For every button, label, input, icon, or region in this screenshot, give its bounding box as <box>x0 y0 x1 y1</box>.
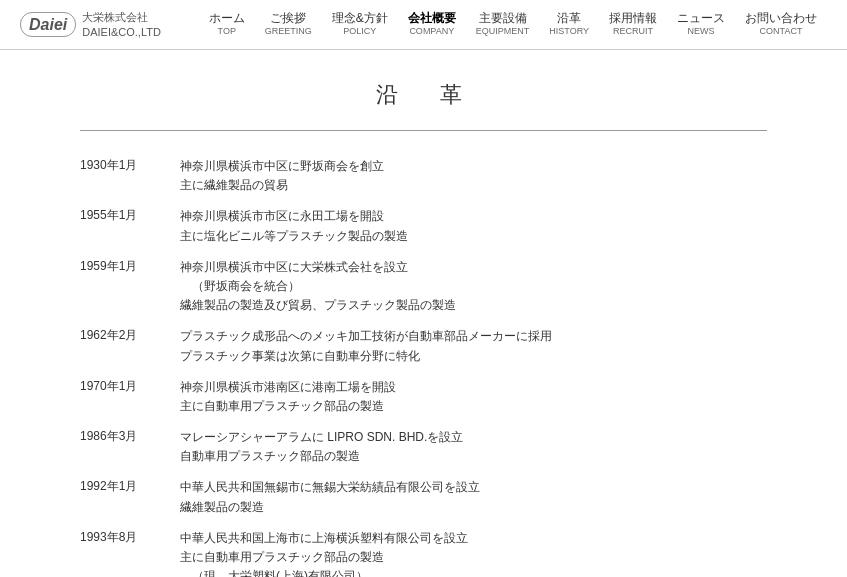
main-nav: ホームTOPご挨拶GREETING理念&方針POLICY会社概要COMPANY主… <box>191 11 827 38</box>
history-year: 1993年8月 <box>80 523 180 577</box>
history-row: 1993年8月中華人民共和国上海市に上海横浜塑料有限公司を設立主に自動車用プラス… <box>80 523 767 577</box>
history-year: 1955年1月 <box>80 201 180 251</box>
main-content: 沿 革 1930年1月神奈川県横浜市中区に野坂商会を創立主に繊維製品の貿易195… <box>0 50 847 577</box>
history-desc: 中華人民共和国上海市に上海横浜塑料有限公司を設立主に自動車用プラスチック部品の製… <box>180 523 767 577</box>
history-desc: 神奈川県横浜市中区に大栄株式会社を設立 （野坂商会を統合）繊維製品の製造及び貿易… <box>180 252 767 322</box>
history-year: 1992年1月 <box>80 472 180 522</box>
logo-area[interactable]: Daiei 大栄株式会社 DAIEI&CO.,LTD <box>20 10 161 39</box>
nav-item-history[interactable]: 沿革HISTORY <box>539 11 599 38</box>
history-desc: プラスチック成形品へのメッキ加工技術が自動車部品メーカーに採用プラスチック事業は… <box>180 321 767 371</box>
history-desc: 神奈川県横浜市中区に野坂商会を創立主に繊維製品の貿易 <box>180 151 767 201</box>
history-table: 1930年1月神奈川県横浜市中区に野坂商会を創立主に繊維製品の貿易1955年1月… <box>80 151 767 577</box>
history-row: 1986年3月マレーシアシャーアラムに LIPRO SDN. BHD.を設立自動… <box>80 422 767 472</box>
history-desc: 神奈川県横浜市港南区に港南工場を開設主に自動車用プラスチック部品の製造 <box>180 372 767 422</box>
nav-item-policy[interactable]: 理念&方針POLICY <box>322 11 398 38</box>
history-row: 1970年1月神奈川県横浜市港南区に港南工場を開設主に自動車用プラスチック部品の… <box>80 372 767 422</box>
history-desc: マレーシアシャーアラムに LIPRO SDN. BHD.を設立自動車用プラスチッ… <box>180 422 767 472</box>
nav-item-top[interactable]: ホームTOP <box>199 11 255 38</box>
page-title: 沿 革 <box>80 80 767 110</box>
history-row: 1962年2月プラスチック成形品へのメッキ加工技術が自動車部品メーカーに採用プラ… <box>80 321 767 371</box>
nav-item-recruit[interactable]: 採用情報RECRUIT <box>599 11 667 38</box>
nav-item-contact[interactable]: お問い合わせCONTACT <box>735 11 827 38</box>
logo-icon: Daiei <box>20 12 76 37</box>
history-row: 1955年1月神奈川県横浜市市区に永田工場を開設主に塩化ビニル等プラスチック製品… <box>80 201 767 251</box>
site-header: Daiei 大栄株式会社 DAIEI&CO.,LTD ホームTOPご挨拶GREE… <box>0 0 847 50</box>
section-divider <box>80 130 767 131</box>
history-year: 1930年1月 <box>80 151 180 201</box>
nav-item-greeting[interactable]: ご挨拶GREETING <box>255 11 322 38</box>
page-title-area: 沿 革 <box>80 80 767 110</box>
company-name: 大栄株式会社 DAIEI&CO.,LTD <box>82 10 161 39</box>
history-year: 1962年2月 <box>80 321 180 371</box>
nav-item-company[interactable]: 会社概要COMPANY <box>398 11 466 38</box>
nav-item-news[interactable]: ニュースNEWS <box>667 11 735 38</box>
history-year: 1959年1月 <box>80 252 180 322</box>
history-desc: 中華人民共和国無錫市に無錫大栄紡績品有限公司を設立繊維製品の製造 <box>180 472 767 522</box>
history-year: 1970年1月 <box>80 372 180 422</box>
history-row: 1959年1月神奈川県横浜市中区に大栄株式会社を設立 （野坂商会を統合）繊維製品… <box>80 252 767 322</box>
history-row: 1992年1月中華人民共和国無錫市に無錫大栄紡績品有限公司を設立繊維製品の製造 <box>80 472 767 522</box>
history-year: 1986年3月 <box>80 422 180 472</box>
nav-item-equipment[interactable]: 主要設備EQUIPMENT <box>466 11 540 38</box>
history-row: 1930年1月神奈川県横浜市中区に野坂商会を創立主に繊維製品の貿易 <box>80 151 767 201</box>
history-desc: 神奈川県横浜市市区に永田工場を開設主に塩化ビニル等プラスチック製品の製造 <box>180 201 767 251</box>
